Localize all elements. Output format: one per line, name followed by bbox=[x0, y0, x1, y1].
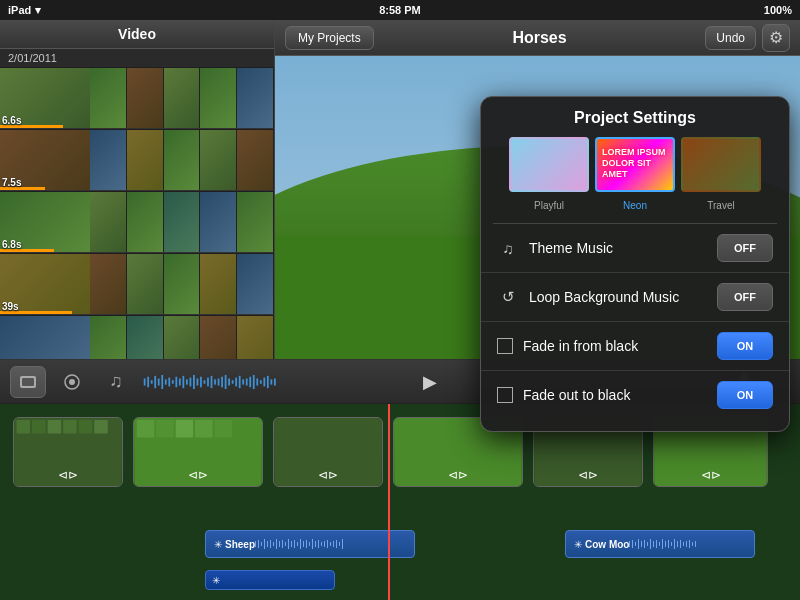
svg-rect-71 bbox=[282, 540, 283, 548]
battery-label: 100% bbox=[764, 4, 792, 16]
svg-rect-46 bbox=[17, 420, 31, 434]
svg-rect-17 bbox=[179, 378, 181, 385]
photo-button[interactable] bbox=[54, 366, 90, 398]
ipad-label: iPad bbox=[8, 4, 31, 16]
modal-title: Project Settings bbox=[481, 97, 789, 137]
svg-rect-88 bbox=[333, 541, 334, 547]
music-button[interactable]: ♫ bbox=[98, 366, 134, 398]
svg-rect-104 bbox=[665, 541, 666, 547]
cowmoo-waveform bbox=[629, 538, 699, 550]
svg-rect-75 bbox=[294, 540, 295, 548]
video-list[interactable]: 6.6s 7.5s bbox=[0, 67, 274, 359]
svg-rect-68 bbox=[273, 542, 274, 546]
list-item[interactable]: 6.6s bbox=[0, 67, 274, 129]
video-clip-button[interactable] bbox=[10, 366, 46, 398]
svg-rect-69 bbox=[276, 539, 277, 549]
clip-nav-arrows: ⊲⊳ bbox=[578, 468, 598, 482]
svg-rect-9 bbox=[151, 380, 153, 384]
play-button[interactable]: ▶ bbox=[414, 366, 446, 398]
svg-rect-106 bbox=[671, 542, 672, 546]
svg-rect-55 bbox=[176, 420, 193, 437]
svg-rect-13 bbox=[165, 379, 167, 384]
svg-rect-100 bbox=[653, 541, 654, 547]
svg-rect-114 bbox=[695, 541, 696, 547]
svg-rect-14 bbox=[168, 377, 170, 386]
svg-rect-95 bbox=[638, 539, 639, 549]
list-item[interactable]: 6.8s bbox=[0, 191, 274, 253]
list-item[interactable]: 7.5s bbox=[0, 129, 274, 191]
video-panel: Video 2/01/2011 6.6s bbox=[0, 20, 275, 359]
loop-icon: ↺ bbox=[497, 286, 519, 308]
video-strip bbox=[90, 316, 274, 360]
svg-rect-91 bbox=[342, 539, 343, 549]
sheep-audio-label: Sheep bbox=[225, 539, 255, 550]
list-item[interactable]: 39s bbox=[0, 253, 274, 315]
waveform-svg bbox=[142, 370, 406, 394]
loop-music-toggle[interactable]: OFF bbox=[717, 283, 773, 311]
theme-playful-preview[interactable] bbox=[509, 137, 589, 192]
svg-rect-107 bbox=[674, 539, 675, 549]
theme-labels: Playful Neon Travel bbox=[481, 200, 789, 219]
project-settings-modal: Project Settings LOREM IPSUMDOLOR SITAME… bbox=[480, 96, 790, 432]
svg-rect-112 bbox=[689, 540, 690, 548]
video-thumb: 8.5s bbox=[0, 316, 90, 360]
svg-rect-79 bbox=[306, 540, 307, 548]
clip-nav-arrows: ⊲⊳ bbox=[701, 468, 721, 482]
sheep-waveform bbox=[255, 538, 345, 550]
theme-music-toggle[interactable]: OFF bbox=[717, 234, 773, 262]
preview-video: Project Settings LOREM IPSUMDOLOR SITAME… bbox=[275, 56, 800, 359]
svg-rect-56 bbox=[195, 420, 212, 437]
svg-rect-25 bbox=[207, 377, 209, 386]
svg-rect-47 bbox=[32, 420, 46, 434]
svg-rect-21 bbox=[193, 374, 195, 388]
my-projects-button[interactable]: My Projects bbox=[285, 26, 374, 50]
video-strip bbox=[90, 68, 274, 128]
timeline-clip[interactable]: ⊲⊳ bbox=[13, 417, 123, 487]
svg-rect-78 bbox=[303, 541, 304, 547]
fade-in-toggle[interactable]: ON bbox=[717, 332, 773, 360]
svg-rect-84 bbox=[321, 542, 322, 546]
status-bar: iPad ▾ 8:58 PM 100% bbox=[0, 0, 800, 20]
svg-rect-76 bbox=[297, 542, 298, 546]
fade-out-toggle[interactable]: ON bbox=[717, 381, 773, 409]
svg-rect-34 bbox=[239, 375, 241, 387]
clip-nav-arrows: ⊲⊳ bbox=[448, 468, 468, 482]
preview-top-bar: My Projects Horses Undo ⚙ bbox=[275, 20, 800, 56]
svg-rect-49 bbox=[63, 420, 77, 434]
list-item[interactable]: 8.5s bbox=[0, 315, 274, 359]
svg-rect-99 bbox=[650, 539, 651, 549]
video-thumb: 7.5s bbox=[0, 130, 90, 190]
svg-rect-15 bbox=[172, 380, 174, 384]
timeline-clip[interactable]: ⊲⊳ bbox=[133, 417, 263, 487]
svg-rect-12 bbox=[161, 374, 163, 388]
svg-rect-102 bbox=[659, 542, 660, 546]
theme-music-label: Theme Music bbox=[529, 240, 717, 256]
audio-clip-sheep[interactable]: ✳ Sheep bbox=[205, 530, 415, 558]
gear-button[interactable]: ⚙ bbox=[762, 24, 790, 52]
theme-travel-preview[interactable] bbox=[681, 137, 761, 192]
svg-rect-41 bbox=[263, 377, 265, 386]
fade-in-label: Fade in from black bbox=[523, 338, 717, 354]
svg-rect-50 bbox=[79, 420, 93, 434]
svg-rect-81 bbox=[312, 539, 313, 549]
svg-rect-113 bbox=[692, 542, 693, 546]
timeline-clip[interactable]: ⊲⊳ bbox=[273, 417, 383, 487]
clip-nav-arrows: ⊲⊳ bbox=[58, 468, 78, 482]
timeline[interactable]: ⊲⊳ ⊲⊳ ⊲⊳ ⊲⊳ ⊲⊳ ⊲⊳ ✳ Sheep bbox=[0, 404, 800, 600]
audio2-clip[interactable]: ✳ bbox=[205, 570, 335, 590]
svg-rect-18 bbox=[182, 375, 184, 387]
status-right: 100% bbox=[764, 4, 792, 16]
svg-rect-39 bbox=[256, 378, 258, 385]
theme-neon-preview[interactable]: LOREM IPSUMDOLOR SITAMET bbox=[595, 137, 675, 192]
svg-rect-31 bbox=[228, 378, 230, 385]
svg-rect-96 bbox=[641, 541, 642, 547]
svg-rect-23 bbox=[200, 376, 202, 387]
undo-button[interactable]: Undo bbox=[705, 26, 756, 50]
audio-clip-cowmoo[interactable]: ✳ Cow Moo bbox=[565, 530, 755, 558]
clip-nav-arrows: ⊲⊳ bbox=[318, 468, 338, 482]
video-panel-title: Video bbox=[118, 26, 156, 42]
svg-rect-110 bbox=[683, 542, 684, 546]
svg-rect-101 bbox=[656, 540, 657, 548]
theme-label-playful: Playful bbox=[509, 200, 589, 211]
svg-rect-83 bbox=[318, 540, 319, 548]
